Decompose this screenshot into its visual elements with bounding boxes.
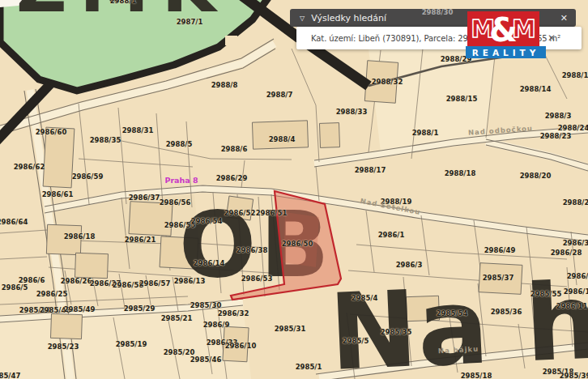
logo-red-box: M & M [467, 11, 539, 46]
panel-close-icon[interactable]: ✕ [560, 13, 568, 23]
logo-banner-text: REALITY [472, 48, 540, 57]
result-close-icon[interactable]: ✕ [548, 32, 556, 44]
collapse-icon[interactable]: ▽ [300, 15, 305, 22]
panel-title: Výsledky hledání [311, 13, 386, 23]
district-label: Praha 8 [164, 176, 198, 185]
mm-reality-logo: M & M REALITY [466, 11, 546, 58]
cadastral-map-viewer: ZMK OB Na há 2988/12987/12988/82988/7298… [0, 0, 588, 379]
logo-ampersand: & [489, 14, 518, 46]
